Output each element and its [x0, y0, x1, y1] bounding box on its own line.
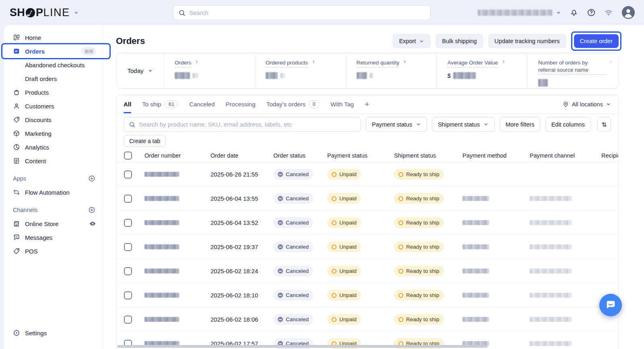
stat-card-link[interactable]: Ordered products	[266, 59, 340, 68]
stat-value-masked	[357, 72, 367, 79]
tab-processing[interactable]: Processing	[226, 95, 256, 113]
payment-channel-masked	[530, 268, 572, 274]
row-checkbox[interactable]	[124, 219, 132, 227]
create-a-tab-button[interactable]: Create a tab	[124, 135, 166, 147]
column-header-label: Order date	[211, 152, 238, 159]
column-header-label: Payment status	[327, 152, 367, 159]
stat-card-link[interactable]: Orders	[175, 59, 249, 68]
tab-to-ship[interactable]: To ship61	[142, 95, 178, 113]
sidebar-item-analytics[interactable]: Analytics	[4, 140, 103, 154]
sidebar-item-abandoned-checkouts[interactable]: Abandoned checkouts	[4, 58, 103, 72]
sidebar-item-marketing[interactable]: Marketing	[4, 127, 103, 140]
global-search	[173, 5, 431, 20]
location-filter-label: All locations	[572, 101, 603, 108]
table-cell: Canceled	[268, 217, 322, 228]
sidebar-item-settings[interactable]: Settings	[4, 326, 103, 340]
chevron-down-icon	[416, 122, 421, 127]
row-checkbox[interactable]	[124, 316, 132, 324]
table-cell	[524, 244, 596, 249]
update-tracking-numbers-button[interactable]: Update tracking numbers	[488, 34, 566, 48]
sidebar-item-label: Draft orders	[25, 75, 96, 82]
sidebar-item-orders[interactable]: Orders	[4, 44, 103, 58]
main-content: Orders Export Bulk shipping Update track…	[103, 25, 644, 349]
row-checkbox[interactable]	[124, 170, 132, 179]
orders-search-input[interactable]	[139, 121, 356, 128]
stat-card-link[interactable]: Number of orders by referral source name	[538, 59, 613, 75]
badge-label: Unpaid	[339, 195, 357, 202]
orders-count-badge	[81, 47, 96, 56]
sidebar-section-channels: Channels	[4, 203, 103, 217]
badge-label: Canceled	[286, 220, 309, 226]
support-chat-button[interactable]	[599, 294, 622, 316]
minus-circle-icon	[278, 196, 283, 201]
sidebar-item-label: Settings	[25, 330, 96, 337]
tab-all[interactable]: All	[124, 95, 131, 113]
minus-circle-icon	[278, 172, 283, 177]
export-button[interactable]: Export	[392, 34, 431, 48]
tab-add[interactable]: +	[365, 95, 369, 113]
eye-icon	[89, 220, 96, 227]
stat-card-link[interactable]: Average Order Value	[447, 59, 522, 68]
sidebar-item-content[interactable]: Content	[4, 154, 103, 168]
stat-value-masked	[175, 72, 190, 79]
stat-card-link[interactable]: Returned quantity	[357, 59, 431, 68]
account-switcher[interactable]	[478, 10, 561, 16]
table-cell	[123, 243, 139, 251]
create-order-button[interactable]: Create order	[574, 34, 619, 48]
badge-label: Ready to ship	[406, 171, 440, 177]
sidebar-item-discounts[interactable]: Discounts	[4, 113, 103, 127]
plus-circle-icon[interactable]	[88, 175, 95, 182]
sidebar-item-home[interactable]: Home	[4, 31, 103, 44]
notifications-bell-icon[interactable]	[570, 8, 578, 17]
chat-icon	[13, 234, 20, 241]
location-filter[interactable]: All locations	[562, 101, 611, 108]
sidebar-item-flow-automation[interactable]: Flow Automation	[4, 185, 103, 199]
shopline-logo[interactable]: SH P LINE	[10, 6, 79, 19]
sidebar-nav: HomeOrdersAbandoned checkoutsDraft order…	[4, 31, 103, 258]
row-checkbox[interactable]	[124, 291, 132, 299]
row-checkbox[interactable]	[124, 195, 132, 203]
bulk-shipping-button[interactable]: Bulk shipping	[436, 34, 483, 48]
tab-canceled[interactable]: Canceled	[189, 95, 215, 113]
sidebar-item-messages[interactable]: Messages	[4, 231, 103, 244]
sidebar-section-label: Apps	[13, 175, 88, 182]
select-all-checkbox[interactable]	[124, 152, 132, 160]
grid-icon	[13, 34, 20, 41]
chevron-down-icon[interactable]	[74, 10, 79, 15]
masked-count	[85, 50, 93, 53]
tab-with-tag[interactable]: With Tag	[330, 95, 354, 113]
sidebar-item-draft-orders[interactable]: Draft orders	[4, 72, 103, 85]
horizontal-scrollbar[interactable]	[117, 345, 487, 348]
row-checkbox[interactable]	[124, 243, 132, 251]
shipment-status-badge: Ready to ship	[394, 241, 444, 252]
user-avatar[interactable]	[621, 6, 635, 19]
sidebar-item-products[interactable]: Products	[4, 85, 103, 99]
network-wifi-icon[interactable]	[604, 8, 613, 17]
payment-status-filter[interactable]: Payment status	[366, 117, 427, 132]
payment-status-badge: Unpaid	[327, 241, 361, 252]
help-icon[interactable]	[587, 8, 596, 17]
table-cell	[139, 172, 205, 177]
sidebar-item-pos[interactable]: POS	[4, 244, 103, 258]
minus-circle-icon	[278, 244, 283, 249]
row-checkbox[interactable]	[124, 267, 132, 275]
table-cell	[457, 196, 524, 201]
global-search-input[interactable]	[189, 9, 425, 16]
column-header-label: Payment method	[462, 152, 507, 159]
shipment-status-filter[interactable]: Shipment status	[432, 117, 495, 132]
orders-search	[124, 117, 361, 132]
table-cell: Canceled	[268, 193, 322, 204]
sidebar-item-customers[interactable]: Customers	[4, 99, 103, 113]
sidebar-item-online-store[interactable]: Online Store	[4, 217, 103, 231]
edit-columns-button[interactable]: Edit columns	[545, 117, 591, 132]
more-filters-button[interactable]: More filters	[500, 117, 541, 132]
order-status-badge: Canceled	[273, 217, 313, 228]
tab-label: All	[124, 101, 131, 108]
sort-button[interactable]	[597, 117, 611, 132]
payment-method-masked	[462, 244, 489, 249]
tab-label: With Tag	[330, 101, 354, 108]
plus-circle-icon[interactable]	[88, 206, 95, 214]
period-selector[interactable]: Today	[116, 53, 164, 88]
badge-label: Canceled	[286, 316, 309, 322]
tab-today-s-orders[interactable]: Today's orders0	[266, 95, 320, 113]
